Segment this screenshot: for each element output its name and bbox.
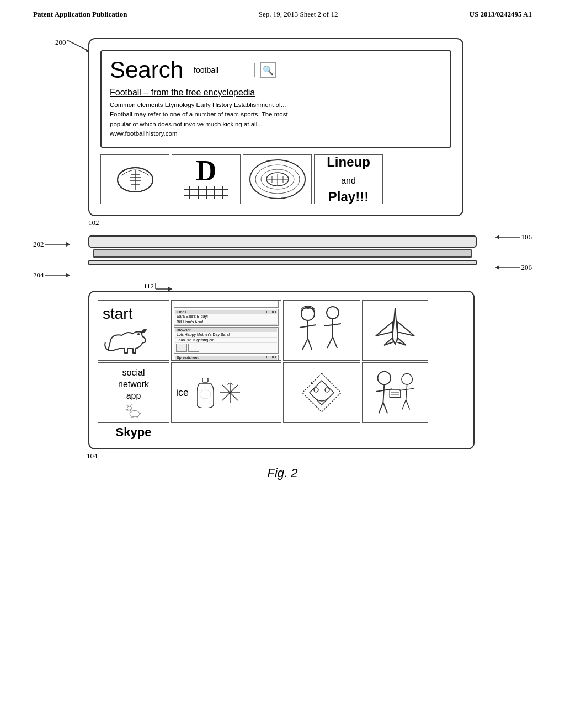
ref-112-label: 112 — [143, 281, 178, 292]
ref-204-label: 204 — [33, 271, 76, 280]
svg-point-60 — [402, 373, 413, 384]
grid-cell-stadium — [243, 154, 312, 204]
tablet-section: 202 106 206 204 — [33, 235, 532, 280]
search-image-grid: D — [100, 154, 451, 204]
start-cell-social: social network app — [98, 362, 169, 423]
letter-d-text: D — [196, 157, 217, 185]
lineup-text: LineupandPlay!!! — [327, 154, 370, 204]
ref-206-label: 206 — [490, 263, 532, 272]
diagram-bottom: 112 104 start — [55, 291, 532, 449]
svg-point-39 — [127, 406, 132, 410]
svg-line-51 — [230, 383, 233, 385]
svg-point-53 — [325, 388, 329, 392]
ref-106-label: 106 — [490, 233, 532, 242]
svg-line-50 — [227, 383, 230, 385]
people-svg — [363, 367, 428, 419]
svg-rect-57 — [390, 390, 401, 398]
search-result-url: www.footballhistory.com — [110, 129, 442, 138]
start-grid: start desktop — [98, 300, 465, 440]
fence-svg — [182, 185, 231, 202]
start-cell-skype: Skype — [98, 425, 169, 440]
stadium-svg — [247, 157, 308, 201]
start-label: start — [103, 305, 132, 323]
moose-svg — [111, 404, 156, 418]
header-right: US 2013/0242495 A1 — [470, 10, 532, 19]
svg-point-45 — [200, 390, 211, 399]
search-result-text1: Common elements Etymology Early History … — [110, 100, 442, 110]
tablet-bar-2 — [93, 249, 472, 258]
ice-label: ice — [176, 387, 189, 399]
bottle-svg — [197, 378, 214, 408]
start-cell-start: start — [98, 300, 169, 361]
grid-cell-football — [100, 154, 169, 204]
ref-102-label: 102 — [88, 218, 99, 227]
start-cell-desktop: desktop Word — [171, 300, 281, 361]
svg-rect-44 — [202, 378, 208, 382]
email-window: Email Sara Ellie's B-day! Bill Liam's Al… — [174, 309, 279, 326]
svg-point-56 — [378, 371, 391, 384]
search-area: Search 🔍 Football – from the free encycl… — [100, 50, 451, 148]
smiley-svg — [300, 371, 344, 415]
football-svg — [110, 159, 160, 200]
main-content: 200 102 Search 🔍 Football – from the fre… — [0, 24, 565, 497]
tablet-bar-3 — [88, 260, 477, 265]
figure-caption: Fig. 2 — [33, 466, 532, 480]
word-window: Word — [174, 300, 279, 308]
search-input[interactable] — [189, 63, 255, 77]
spreadsheet-mini: Spreadsheet — [174, 355, 279, 361]
diagram-top: 200 102 Search 🔍 Football – from the fre… — [55, 38, 532, 216]
start-cell-smiley — [283, 362, 360, 423]
start-cell-airplane — [362, 300, 428, 361]
dog-svg — [103, 325, 152, 356]
search-icon: 🔍 — [260, 62, 276, 78]
search-row: Search 🔍 — [110, 57, 442, 83]
tablet-bar-1 — [88, 235, 477, 248]
svg-point-35 — [137, 333, 140, 335]
search-result-text3: popular of which does not involve much k… — [110, 120, 442, 129]
svg-marker-27 — [495, 235, 499, 239]
ref-104-label: 104 — [87, 452, 98, 461]
svg-line-40 — [131, 417, 132, 418]
svg-marker-25 — [66, 242, 70, 247]
search-title: Search — [110, 57, 183, 83]
svg-line-41 — [132, 417, 133, 418]
svg-marker-29 — [495, 265, 499, 270]
skype-label: Skype — [116, 425, 152, 440]
browser-window: Browser Lois Happy Mother's Day Sara! Je… — [174, 327, 279, 354]
start-cell-kids — [283, 300, 360, 361]
kids-svg — [289, 303, 355, 358]
start-cell-ice: ice — [171, 362, 281, 423]
svg-marker-31 — [66, 273, 70, 277]
svg-line-43 — [137, 417, 138, 418]
grid-cell-letter-d: D — [172, 154, 241, 204]
search-result-title: Football – from the free encyclopedia — [110, 88, 442, 98]
search-result-text2: Football may refer to one of a number of… — [110, 110, 442, 119]
tablet-device — [88, 235, 477, 265]
header-left: Patent Application Publication — [33, 10, 127, 19]
grid-cell-lineup: LineupandPlay!!! — [314, 154, 383, 204]
snowflake-svg — [219, 382, 241, 404]
header-center: Sep. 19, 2013 Sheet 2 of 12 — [259, 10, 338, 19]
airplane-svg — [373, 306, 417, 355]
social-label: social network app — [118, 367, 149, 402]
svg-point-52 — [314, 388, 318, 392]
ref-202-label: 202 — [33, 240, 76, 249]
monitor-diagram: 102 Search 🔍 Football – from the free en… — [88, 38, 463, 216]
svg-point-37 — [327, 307, 339, 319]
mini-ui: Word Emai — [174, 300, 279, 361]
start-cell-people — [362, 362, 428, 423]
patent-header: Patent Application Publication Sep. 19, … — [0, 0, 565, 24]
start-screen: 104 start — [88, 291, 475, 449]
